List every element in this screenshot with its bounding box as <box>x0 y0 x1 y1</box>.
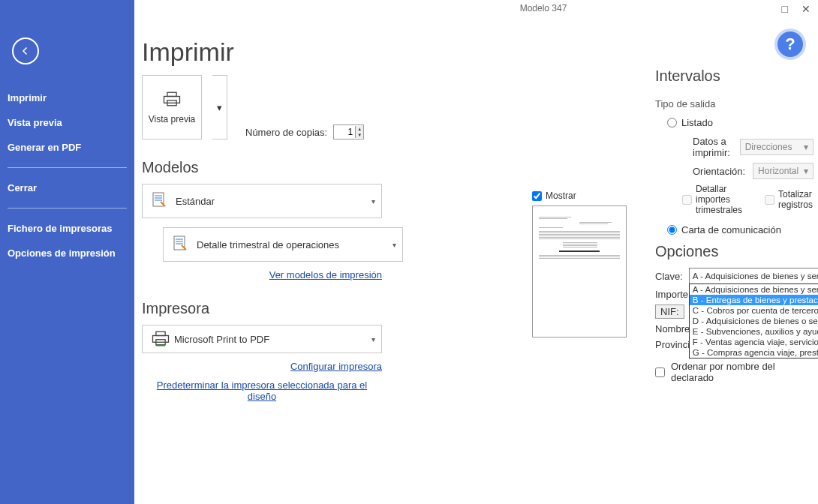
sidebar-item-imprimir[interactable]: Imprimir <box>0 86 134 110</box>
ordenar-label: Ordenar por nombre del declarado <box>671 361 813 383</box>
svg-rect-5 <box>153 335 169 342</box>
sidebar-item-cerrar[interactable]: Cerrar <box>0 176 134 200</box>
printer-icon <box>161 91 182 110</box>
tipo-salida-label: Tipo de salida <box>655 98 813 110</box>
chevron-down-icon: ▾ <box>804 166 808 176</box>
chevron-down-icon: ▾ <box>371 197 375 206</box>
radio-carta[interactable] <box>667 225 677 235</box>
svg-rect-6 <box>156 332 165 335</box>
modelos-heading: Modelos <box>142 159 487 176</box>
copies-input[interactable] <box>334 127 355 137</box>
vista-previa-dropdown[interactable]: ▾ <box>212 75 227 140</box>
printer-icon <box>150 330 167 349</box>
copies-spinner[interactable]: ▲▼ <box>333 124 364 140</box>
copies-down[interactable]: ▼ <box>356 132 363 138</box>
chevron-down-icon: ▾ <box>804 142 808 152</box>
clave-option[interactable]: E - Subvenciones, auxilios y ayudas sati… <box>690 326 818 337</box>
radio-listado-label: Listado <box>681 117 713 128</box>
radio-listado[interactable] <box>667 118 677 128</box>
impresora-select[interactable]: Microsoft Print to PDF ▾ <box>142 325 382 353</box>
window-maximize[interactable]: □ <box>782 3 788 15</box>
svg-rect-8 <box>156 344 165 346</box>
modelo-estandar-label: Estándar <box>176 196 215 207</box>
modelo-detalle-label: Detalle trimestral de operaciones <box>197 239 339 250</box>
clave-value: A - Adquisiciones de bienes y servicios … <box>693 272 818 280</box>
intervalos-heading: Intervalos <box>655 68 813 85</box>
clave-option[interactable]: G - Compras agencia viaje, prestaciones … <box>690 347 818 358</box>
radio-carta-label: Carta de comunicación <box>681 224 781 236</box>
document-icon <box>150 191 168 212</box>
clave-option[interactable]: D - Adquisiciones de bienes o servicios … <box>690 316 818 326</box>
document-icon <box>171 235 189 255</box>
window-title: Modelo 347 <box>520 3 567 14</box>
clave-option[interactable]: A - Adquisiciones de bienes y servicios … <box>690 284 818 295</box>
datos-imprimir-label: Datos a imprimir: <box>693 136 732 158</box>
impresora-heading: Impresora <box>142 300 487 317</box>
predeterminar-impresora-link[interactable]: Predeterminar la impresora seleccionada … <box>142 380 382 402</box>
svg-rect-1 <box>167 92 176 96</box>
mostrar-label: Mostrar <box>546 190 576 201</box>
modelo-detalle[interactable]: Detalle trimestral de operaciones ▾ <box>163 227 403 262</box>
detallar-label: Detallar importes trimestrales <box>696 184 742 215</box>
clave-dropdown-list[interactable]: A - Adquisiciones de bienes y servicios … <box>689 284 818 358</box>
back-button[interactable] <box>12 38 39 64</box>
orientacion-select: Horizontal▾ <box>753 163 813 179</box>
orientacion-value: Horizontal <box>758 166 798 176</box>
window-close[interactable]: ✕ <box>801 3 810 15</box>
chevron-down-icon: ▾ <box>392 241 396 249</box>
sidebar-item-vista-previa[interactable]: Vista previa <box>0 110 134 135</box>
document-preview[interactable] <box>532 206 627 338</box>
nif-label: NIF: <box>655 304 684 319</box>
modelo-estandar[interactable]: Estándar ▾ <box>142 184 382 218</box>
copies-up[interactable]: ▲ <box>356 126 363 132</box>
sidebar-item-fichero-impresoras[interactable]: Fichero de impresoras <box>0 216 134 241</box>
datos-imprimir-value: Direcciones <box>745 142 792 152</box>
sidebar-item-generar-pdf[interactable]: Generar en PDF <box>0 135 134 160</box>
clave-label: Clave: <box>655 271 683 282</box>
configurar-impresora-link[interactable]: Configurar impresora <box>142 361 382 372</box>
help-button[interactable]: ? <box>774 28 806 60</box>
impresora-name: Microsoft Print to PDF <box>174 334 269 345</box>
ver-modelos-link[interactable]: Ver modelos de impresión <box>142 269 382 280</box>
sidebar-item-opciones-impresion[interactable]: Opciones de impresión <box>0 241 134 266</box>
detallar-checkbox <box>682 195 692 205</box>
vista-previa-label: Vista previa <box>149 114 195 124</box>
totalizar-label: Totalizar registros <box>778 189 813 210</box>
ordenar-checkbox[interactable] <box>655 368 665 377</box>
datos-imprimir-select: Direcciones▾ <box>740 139 813 155</box>
clave-option[interactable]: B - Entregas de bienes y prestaciones de… <box>690 295 818 305</box>
vista-previa-button[interactable]: Vista previa <box>142 75 202 140</box>
chevron-down-icon: ▾ <box>371 335 375 344</box>
svg-rect-0 <box>164 96 180 103</box>
mostrar-checkbox[interactable] <box>532 191 542 201</box>
opciones-heading: Opciones <box>655 243 813 260</box>
clave-option[interactable]: F - Ventas agencia viaje, servicios docu… <box>690 337 818 347</box>
clave-option[interactable]: C - Cobros por cuenta de terceros superi… <box>690 305 818 316</box>
copies-label: Número de copias: <box>245 127 327 138</box>
clave-select[interactable]: A - Adquisiciones de bienes y servicios … <box>689 268 818 284</box>
totalizar-checkbox <box>765 195 774 205</box>
orientacion-label: Orientación: <box>693 166 745 177</box>
